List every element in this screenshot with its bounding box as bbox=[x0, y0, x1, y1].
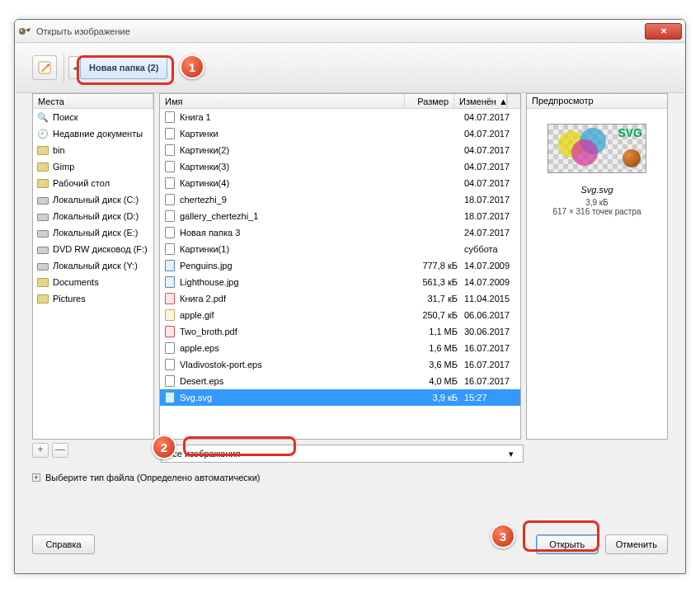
places-header: Места bbox=[33, 94, 153, 108]
places-item[interactable]: Pictures bbox=[33, 290, 153, 307]
remove-bookmark-button[interactable]: — bbox=[52, 443, 68, 458]
file-icon bbox=[163, 111, 176, 123]
file-row[interactable]: Новая папка 324.07.2017 bbox=[160, 224, 520, 241]
expand-filetype[interactable]: + Выберите тип файла (Определено автомат… bbox=[32, 473, 260, 482]
places-item[interactable]: 🔍Поиск bbox=[33, 109, 153, 125]
file-row[interactable]: gallery_chertezhi_118.07.2017 bbox=[160, 208, 520, 224]
places-item[interactable]: 🕘Недавние документы bbox=[33, 125, 153, 142]
cancel-button[interactable]: Отменить bbox=[605, 534, 668, 554]
breadcrumb-back[interactable]: ◂ bbox=[68, 56, 80, 79]
places-panel: Места 🔍Поиск🕘Недавние документыbinGimpРа… bbox=[32, 93, 154, 469]
places-item[interactable]: Локальный диск (C:) bbox=[33, 191, 153, 208]
preview-thumbnail: SVG bbox=[547, 124, 646, 173]
preview-panel: Предпросмотр SVG Svg.svg 3,9 кБ 617 × 31… bbox=[526, 93, 668, 469]
file-row[interactable]: Desert.eps4,0 МБ16.07.2017 bbox=[160, 373, 520, 389]
col-name[interactable]: Имя bbox=[160, 94, 405, 108]
drive-icon bbox=[36, 260, 49, 271]
file-row[interactable]: Картинки04.07.2017 bbox=[160, 125, 520, 142]
window-title: Открыть изображение bbox=[36, 26, 645, 36]
edit-path-button[interactable] bbox=[32, 55, 57, 80]
col-size[interactable]: Размер bbox=[405, 94, 454, 108]
folder-icon bbox=[36, 177, 49, 189]
drive-icon bbox=[36, 227, 49, 238]
file-row[interactable]: Картинки(4)04.07.2017 bbox=[160, 175, 520, 191]
file-row[interactable]: Vladivostok-port.eps3,6 МБ16.07.2017 bbox=[160, 356, 520, 373]
callout-badge-3: 3 bbox=[491, 524, 515, 548]
file-row[interactable]: Картинки(3)04.07.2017 bbox=[160, 158, 520, 175]
search-icon: 🔍 bbox=[36, 111, 49, 123]
drive-icon bbox=[36, 243, 49, 255]
chevron-down-icon: ▾ bbox=[505, 449, 518, 459]
file-icon bbox=[163, 227, 176, 238]
places-item[interactable]: Gimp bbox=[33, 158, 153, 175]
file-icon bbox=[163, 375, 176, 387]
folder-icon bbox=[36, 293, 49, 304]
pdf-icon bbox=[163, 326, 176, 337]
img-icon bbox=[163, 260, 176, 271]
breadcrumb: ◂ Новая папка (2) bbox=[68, 55, 167, 80]
callout-badge-2: 2 bbox=[152, 435, 176, 459]
file-row[interactable]: apple.eps1,6 МБ16.07.2017 bbox=[160, 340, 520, 356]
expand-filetype-label: Выберите тип файла (Определено автоматич… bbox=[45, 473, 260, 482]
expand-icon: + bbox=[32, 473, 40, 482]
recent-icon: 🕘 bbox=[36, 128, 49, 139]
preview-header: Предпросмотр bbox=[527, 94, 667, 109]
open-button[interactable]: Открыть bbox=[536, 534, 599, 554]
file-row[interactable]: Two_broth.pdf1,1 МБ30.06.2017 bbox=[160, 323, 520, 340]
file-icon bbox=[163, 243, 176, 255]
drive-icon bbox=[36, 194, 49, 205]
file-filter-select[interactable]: Все изображения ▾ bbox=[161, 445, 524, 463]
svg-point-0 bbox=[19, 28, 26, 35]
places-item[interactable]: Локальный диск (E:) bbox=[33, 224, 153, 241]
folder-icon bbox=[36, 276, 49, 288]
file-row[interactable]: Книга 2.pdf31,7 кБ11.04.2015 bbox=[160, 290, 520, 307]
preview-size: 3,9 кБ bbox=[533, 198, 660, 207]
titlebar: Открыть изображение ✕ bbox=[15, 20, 685, 43]
file-row[interactable]: apple.gif250,7 кБ06.06.2017 bbox=[160, 307, 520, 323]
img-icon bbox=[163, 276, 176, 288]
preview-dimensions: 617 × 316 точек растра bbox=[533, 207, 660, 216]
toolbar: ◂ Новая папка (2) bbox=[16, 44, 684, 93]
file-icon bbox=[163, 144, 176, 156]
folder-icon bbox=[36, 161, 49, 172]
dialog-body: ◂ Новая папка (2) Места 🔍Поиск🕘Недавние … bbox=[16, 44, 684, 572]
places-item[interactable]: bin bbox=[33, 142, 153, 158]
file-row[interactable]: Svg.svg3,9 кБ15:27 bbox=[160, 389, 520, 406]
file-icon bbox=[163, 194, 176, 205]
places-item[interactable]: DVD RW дисковод (F:) bbox=[33, 241, 153, 257]
places-item[interactable]: Documents bbox=[33, 274, 153, 290]
file-row[interactable]: Penguins.jpg777,8 кБ14.07.2009 bbox=[160, 257, 520, 274]
open-image-dialog: Открыть изображение ✕ ◂ Новая папка (2) … bbox=[14, 19, 686, 574]
folder-icon bbox=[36, 144, 49, 156]
breadcrumb-current[interactable]: Новая папка (2) bbox=[80, 56, 167, 79]
gif-icon bbox=[163, 309, 176, 321]
file-row[interactable]: Картинки(1)суббота bbox=[160, 241, 520, 257]
file-icon bbox=[163, 161, 176, 172]
places-item[interactable]: Локальный диск (Y:) bbox=[33, 257, 153, 274]
file-row[interactable]: chertezhi_918.07.2017 bbox=[160, 191, 520, 208]
file-icon bbox=[163, 359, 176, 370]
callout-badge-1: 1 bbox=[180, 54, 204, 79]
pdf-icon bbox=[163, 293, 176, 304]
add-bookmark-button[interactable]: + bbox=[32, 443, 49, 458]
col-modified[interactable]: Изменён ▲ bbox=[454, 94, 507, 108]
app-icon bbox=[18, 25, 31, 38]
svg-point-1 bbox=[21, 29, 22, 31]
drive-icon bbox=[36, 210, 49, 222]
places-item[interactable]: Локальный диск (D:) bbox=[33, 208, 153, 224]
file-filter-label: Все изображения bbox=[167, 449, 240, 459]
file-row[interactable]: Lighthouse.jpg561,3 кБ14.07.2009 bbox=[160, 274, 520, 290]
file-row[interactable]: Книга 104.07.2017 bbox=[160, 109, 520, 125]
file-icon bbox=[163, 128, 176, 139]
preview-filename: Svg.svg bbox=[533, 185, 660, 195]
file-icon bbox=[163, 177, 176, 189]
file-row[interactable]: Картинки(2)04.07.2017 bbox=[160, 142, 520, 158]
close-button[interactable]: ✕ bbox=[645, 23, 682, 40]
file-icon bbox=[163, 210, 176, 222]
file-list-panel: Имя Размер Изменён ▲ Книга 104.07.2017Ка… bbox=[159, 93, 521, 469]
svg-icon bbox=[163, 392, 176, 403]
help-button[interactable]: Справка bbox=[32, 534, 95, 554]
places-item[interactable]: Рабочий стол bbox=[33, 175, 153, 191]
file-icon bbox=[163, 342, 176, 354]
